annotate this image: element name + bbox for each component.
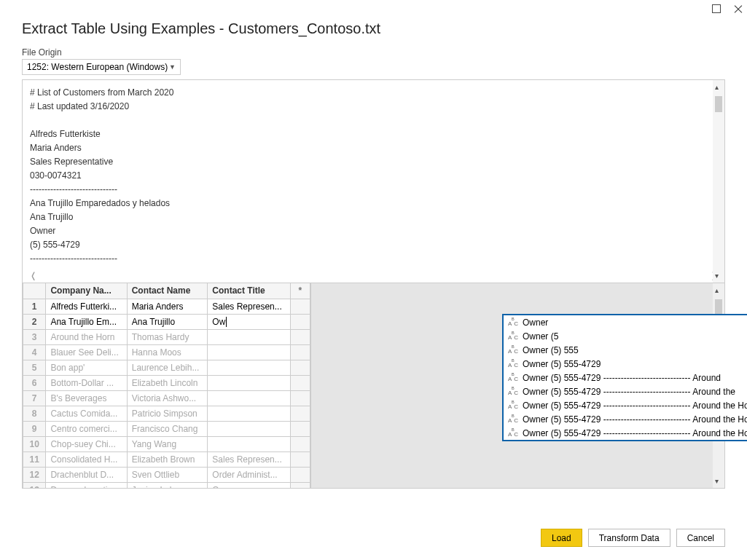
- scroll-thumb[interactable]: [715, 96, 722, 112]
- suggestion-item[interactable]: ABCOwner (5: [504, 329, 747, 343]
- text-type-icon: ABC: [508, 318, 518, 327]
- cell-contact[interactable]: Maria Anders: [127, 299, 208, 314]
- scroll-down-icon[interactable]: ▾: [715, 477, 719, 485]
- cancel-button[interactable]: Cancel: [676, 529, 725, 547]
- table-row[interactable]: 7B's BeveragesVictoria Ashwo...: [23, 390, 310, 406]
- table-row[interactable]: 11Consolidated H...Elizabeth BrownSales …: [23, 451, 310, 467]
- table-row[interactable]: 5Bon app'Laurence Lebih...: [23, 360, 310, 375]
- scroll-up-icon[interactable]: ▴: [715, 83, 719, 91]
- suggestion-item[interactable]: ABCOwner (5) 555: [504, 343, 747, 357]
- cell-contact[interactable]: Victoria Ashwo...: [127, 390, 208, 406]
- cell-contact[interactable]: Yang Wang: [127, 436, 208, 451]
- text-type-icon: ABC: [508, 387, 518, 396]
- maximize-icon[interactable]: [712, 4, 721, 13]
- cell-company[interactable]: Du monde entier: [46, 482, 127, 488]
- cell-company[interactable]: Bottom-Dollar ...: [46, 375, 127, 390]
- transform-data-button[interactable]: Transform Data: [588, 529, 670, 547]
- row-number: 4: [23, 344, 46, 360]
- suggestion-item[interactable]: ABCOwner (5) 555-4729: [504, 357, 747, 371]
- text-type-icon: ABC: [508, 346, 518, 355]
- cell-contact[interactable]: Ana Trujillo: [127, 314, 208, 329]
- row-number: 2: [23, 314, 46, 329]
- cell-contact[interactable]: Laurence Lebih...: [127, 360, 208, 375]
- table-row[interactable]: 2Ana Trujillo Em...Ana TrujilloOw: [23, 314, 310, 329]
- cell-contact[interactable]: Elizabeth Lincoln: [127, 375, 208, 390]
- cell-title[interactable]: [208, 360, 290, 375]
- suggestion-item[interactable]: ABCOwner (5) 555-4729 ------------------…: [504, 371, 747, 384]
- suggestion-item[interactable]: ABCOwner (5) 555-4729 ------------------…: [504, 412, 747, 426]
- cell-title[interactable]: Order Administ...: [208, 467, 290, 482]
- column-header[interactable]: Company Na...: [46, 283, 127, 299]
- example-table[interactable]: Company Na... Contact Name Contact Title…: [23, 283, 310, 488]
- cell-title[interactable]: Owner: [208, 482, 290, 488]
- cell-company[interactable]: Centro comerci...: [46, 421, 127, 436]
- table-row[interactable]: 13Du monde entierJanine LabruneOwner: [23, 482, 310, 488]
- cell-company[interactable]: Ana Trujillo Em...: [46, 314, 127, 329]
- cell-empty: [290, 482, 310, 488]
- row-number: 6: [23, 375, 46, 390]
- horizontal-scrollbar[interactable]: ‹ ›: [23, 268, 724, 283]
- cell-title[interactable]: Ow: [208, 314, 290, 329]
- suggestion-text: Owner (5) 555-4729 ---------------------…: [523, 414, 747, 425]
- cell-contact[interactable]: Janine Labrune: [127, 482, 208, 488]
- column-header[interactable]: Contact Name: [127, 283, 208, 299]
- cell-company[interactable]: Bon app': [46, 360, 127, 375]
- table-row[interactable]: 6Bottom-Dollar ...Elizabeth Lincoln: [23, 375, 310, 390]
- autocomplete-popup[interactable]: ABCOwnerABCOwner (5ABCOwner (5) 555ABCOw…: [502, 314, 747, 441]
- row-number: 7: [23, 390, 46, 406]
- table-row[interactable]: 9Centro comerci...Francisco Chang: [23, 421, 310, 436]
- cell-company[interactable]: Chop-suey Chi...: [46, 436, 127, 451]
- row-number: 12: [23, 467, 46, 482]
- cell-title[interactable]: [208, 375, 290, 390]
- cell-title[interactable]: [208, 406, 290, 421]
- table-row[interactable]: 12Drachenblut D...Sven OttliebOrder Admi…: [23, 467, 310, 482]
- suggestion-item[interactable]: ABCOwner: [504, 315, 747, 329]
- cell-contact[interactable]: Hanna Moos: [127, 344, 208, 360]
- cell-contact[interactable]: Patricio Simpson: [127, 406, 208, 421]
- table-row[interactable]: 3Around the HornThomas Hardy: [23, 329, 310, 344]
- suggestion-item[interactable]: ABCOwner (5) 555-4729 ------------------…: [504, 384, 747, 398]
- cell-title[interactable]: Sales Represen...: [208, 299, 290, 314]
- cell-company[interactable]: Drachenblut D...: [46, 467, 127, 482]
- cell-contact[interactable]: Thomas Hardy: [127, 329, 208, 344]
- cell-title[interactable]: [208, 390, 290, 406]
- vertical-scrollbar[interactable]: ▴ ▾: [713, 80, 724, 283]
- scroll-thumb[interactable]: [715, 299, 722, 315]
- file-origin-dropdown[interactable]: 1252: Western European (Windows) ▼: [22, 59, 181, 75]
- cell-contact[interactable]: Francisco Chang: [127, 421, 208, 436]
- cell-company[interactable]: Around the Horn: [46, 329, 127, 344]
- scroll-down-icon[interactable]: ▾: [715, 272, 719, 280]
- table-row[interactable]: 10Chop-suey Chi...Yang Wang: [23, 436, 310, 451]
- cell-company[interactable]: Blauer See Deli...: [46, 344, 127, 360]
- table-row[interactable]: 8Cactus Comida...Patricio Simpson: [23, 406, 310, 421]
- scroll-up-icon[interactable]: ▴: [715, 286, 719, 294]
- cell-title[interactable]: [208, 344, 290, 360]
- chevron-down-icon: ▼: [169, 63, 176, 71]
- add-column-button[interactable]: *: [290, 283, 310, 299]
- cell-title[interactable]: [208, 421, 290, 436]
- text-type-icon: ABC: [508, 374, 518, 382]
- suggestion-item[interactable]: ABCOwner (5) 555-4729 ------------------…: [504, 398, 747, 412]
- load-button[interactable]: Load: [541, 529, 582, 547]
- cell-title[interactable]: Sales Represen...: [208, 451, 290, 467]
- row-number: 3: [23, 329, 46, 344]
- table-row[interactable]: 4Blauer See Deli...Hanna Moos: [23, 344, 310, 360]
- suggestion-text: Owner: [523, 318, 548, 328]
- text-type-icon: ABC: [508, 429, 518, 438]
- cell-contact[interactable]: Elizabeth Brown: [127, 451, 208, 467]
- cell-company[interactable]: Alfreds Futterki...: [46, 299, 127, 314]
- column-header[interactable]: Contact Title: [208, 283, 290, 299]
- preview-text: # List of Customers from March 2020 # La…: [23, 80, 724, 268]
- row-number: 13: [23, 482, 46, 488]
- file-origin-value: 1252: Western European (Windows): [27, 62, 168, 72]
- cell-company[interactable]: Cactus Comida...: [46, 406, 127, 421]
- table-row[interactable]: 1Alfreds Futterki...Maria AndersSales Re…: [23, 299, 310, 314]
- cell-contact[interactable]: Sven Ottlieb: [127, 467, 208, 482]
- cell-title[interactable]: [208, 436, 290, 451]
- cell-title[interactable]: [208, 329, 290, 344]
- cell-empty: [290, 299, 310, 314]
- close-icon[interactable]: [734, 4, 743, 13]
- cell-company[interactable]: B's Beverages: [46, 390, 127, 406]
- suggestion-item[interactable]: ABCOwner (5) 555-4729 ------------------…: [504, 426, 747, 440]
- cell-company[interactable]: Consolidated H...: [46, 451, 127, 467]
